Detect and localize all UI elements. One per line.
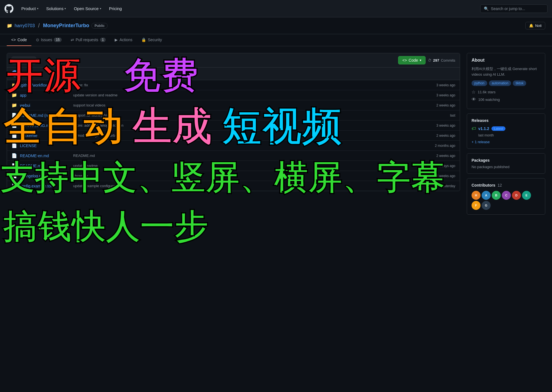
file-time-app: 3 weeks ago [436, 93, 455, 97]
security-icon: 🔒 [141, 38, 146, 42]
search-bar[interactable]: 🔍 Search or jump to... [480, 4, 548, 13]
about-description: 利用AI大模型，一键生成 Generate short videos using… [472, 66, 541, 77]
file-row-webui: 📁 webui support local videos 2 weeks ago [7, 100, 460, 110]
code-icon: <> [11, 38, 16, 42]
file-icon-changelog-py: 📄 [11, 173, 17, 178]
contributor-avatar-3[interactable]: C [502, 191, 511, 200]
file-row-changelog-py: 📄 changelog.py chore: fix 3 weeks ago [7, 171, 460, 181]
file-row-readme: 📄 README.md update readme 4 days ago [7, 161, 460, 171]
file-row-license: 📄 LICENSE 2 months ago [7, 141, 460, 151]
stars-stat: ☆ 11.6k stars [472, 89, 541, 95]
folder-icon-app: 📁 [11, 92, 17, 98]
file-name-changelog[interactable]: CHANGELOG.md [20, 123, 70, 128]
file-name-config[interactable]: config.example.toml [20, 184, 70, 188]
file-row-readme-n: 📄 README.md (n) support for MoneyPrinter… [7, 110, 460, 120]
notification-button[interactable]: 🔔 Noti [525, 22, 545, 29]
contributor-avatar-7[interactable]: G [482, 201, 491, 210]
tab-actions[interactable]: ▶ Actions [110, 34, 137, 46]
file-time-license: 2 months ago [435, 144, 455, 148]
tab-security[interactable]: 🔒 Security [137, 34, 167, 46]
commit-author-avatar: 03 [11, 70, 18, 77]
watching-stat: 👁 106 watching [472, 97, 541, 102]
file-row-changelog: 📄 CHANGELOG.md chore: add changelog auto… [7, 120, 460, 131]
file-msg-dockerfile: chmod /MoneyPrinterTurb [73, 133, 434, 138]
contributor-avatar-6[interactable]: F [472, 201, 481, 210]
repo-owner-link[interactable]: harry0703 [15, 23, 35, 28]
actions-icon: ▶ [115, 38, 118, 42]
contributor-avatar-0[interactable]: H [472, 191, 481, 200]
about-title: About [472, 58, 541, 63]
file-msg-readme: update readme [73, 164, 436, 168]
commits-link[interactable]: ⏱ 297 Commits [428, 58, 455, 62]
contributor-avatar-1[interactable]: A [482, 191, 491, 200]
contributors-title: Contributors 12 [472, 183, 541, 187]
contributor-avatar-2[interactable]: B [492, 191, 501, 200]
nav-pricing[interactable]: Pricing [106, 4, 125, 13]
code-button[interactable]: <> Code ▾ [398, 56, 426, 64]
release-version[interactable]: v1.1.2 [478, 126, 489, 131]
file-time-readme-n: last [450, 113, 455, 117]
tag-tiktok[interactable]: tiktok [513, 80, 526, 86]
file-row-config: 📄 config.example.toml update example con… [7, 181, 460, 191]
file-name-app[interactable]: app [20, 93, 70, 98]
branch-selector[interactable]: ⎇ main ▾ [11, 57, 36, 64]
file-name-changelog-py[interactable]: changelog.py [20, 174, 70, 178]
tab-issues[interactable]: ⊙ Issues 15 [31, 34, 66, 46]
file-name-readme[interactable]: README.md [20, 164, 70, 168]
file-time-readme-en: 2 weeks ago [436, 154, 455, 158]
more-releases-link[interactable]: + 1 release [472, 140, 490, 144]
file-name-readme-n[interactable]: README.md (n) [20, 113, 70, 118]
pr-count-badge: 1 [100, 38, 106, 42]
releases-section: Releases 🏷 v1.1.2 Latest last month + 1 … [467, 113, 545, 149]
contributors-avatars: H A B C D E F G [472, 191, 541, 210]
tab-code[interactable]: <> Code [7, 34, 31, 46]
file-name-readme-en[interactable]: README-en.md [20, 154, 70, 158]
file-msg-webui: support local videos [73, 103, 434, 107]
contributor-avatar-5[interactable]: E [522, 191, 531, 200]
file-browser: ⎇ main ▾ <> Code ▾ ⏱ 297 Commits [7, 53, 460, 191]
packages-empty-label: No packages published [472, 165, 541, 169]
file-browser-header: ⎇ main ▾ <> Code ▾ ⏱ 297 Commits [7, 53, 460, 68]
nav-product[interactable]: Product ▾ [18, 4, 42, 13]
branch-icon: ⎇ [15, 58, 19, 62]
file-msg-workflows: chore: fix [73, 83, 434, 87]
repo-visibility-badge: Public [91, 23, 108, 29]
navbar: Product ▾ Solutions ▾ Open Source ▾ Pric… [0, 0, 552, 17]
file-icon-config: 📄 [11, 183, 17, 189]
file-icon-changelog: 📄 [11, 123, 17, 128]
search-icon: 🔍 [484, 6, 489, 11]
repo-name-link[interactable]: MoneyPrinterTurbo [43, 23, 89, 29]
tags-container: python automation tiktok [472, 80, 541, 86]
about-section: About 利用AI大模型，一键生成 Generate short videos… [467, 53, 545, 109]
repo-tabs: <> Code ⊙ Issues 15 ⇄ Pull requests 1 ▶ … [0, 34, 552, 46]
file-icon-readme-n: 📄 [11, 113, 17, 118]
file-time-readme: 4 days ago [439, 164, 455, 168]
contributor-avatar-4[interactable]: D [512, 191, 521, 200]
branch-chevron-icon: ▾ [31, 58, 33, 62]
file-row-workflows: 📁 .github/workflows chore: fix 3 weeks a… [7, 80, 460, 90]
file-name-license[interactable]: LICENSE [20, 143, 70, 148]
clock-icon: ⏱ [428, 58, 431, 62]
repo-separator: / [38, 22, 40, 29]
file-icon-dockerfile: 📄 [11, 133, 17, 138]
pr-icon: ⇄ [71, 38, 74, 42]
file-name-webui[interactable]: webui [20, 103, 70, 108]
file-name-workflows[interactable]: .github/workflows [20, 83, 70, 87]
open-source-chevron-icon: ▾ [100, 7, 101, 10]
nav-solutions[interactable]: Solutions ▾ [43, 4, 70, 13]
code-btn-icon: <> [402, 58, 407, 62]
tag-python[interactable]: python [472, 80, 487, 86]
contributors-count: 12 [498, 183, 502, 187]
file-msg-readme-n: support for MoneyPrinter [73, 113, 447, 117]
sidebar: About 利用AI大模型，一键生成 Generate short videos… [467, 53, 545, 381]
packages-section: Packages No packages published [467, 153, 545, 174]
folder-icon: 📁 [11, 82, 17, 88]
nav-open-source[interactable]: Open Source ▾ [70, 4, 104, 13]
repo-header: 📁 harry0703 / MoneyPrinterTurbo Public 🔔… [0, 17, 552, 34]
tab-pull-requests[interactable]: ⇄ Pull requests 1 [66, 34, 110, 46]
file-name-dockerfile[interactable]: Dockerfile [20, 133, 70, 138]
file-browser-area: ⎇ main ▾ <> Code ▾ ⏱ 297 Commits [7, 53, 460, 381]
release-item: 🏷 v1.1.2 Latest [472, 126, 541, 131]
tag-automation[interactable]: automation [489, 80, 511, 86]
release-date: last month [478, 133, 541, 137]
